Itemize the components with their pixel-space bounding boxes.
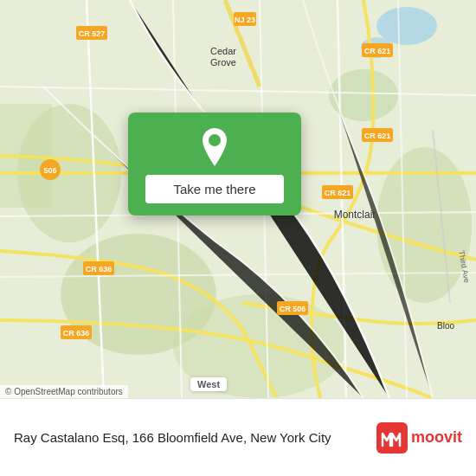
svg-point-3 — [376, 147, 472, 303]
svg-text:Cedar: Cedar — [210, 46, 236, 56]
svg-point-43 — [209, 134, 221, 146]
popup-card: Take me there — [128, 113, 301, 215]
svg-text:CR 621: CR 621 — [364, 47, 391, 55]
address-block: Ray Castalano Esq, 166 Bloomfield Ave, N… — [14, 428, 363, 447]
creds-badge: West — [190, 377, 227, 391]
svg-text:Bloo: Bloo — [437, 321, 454, 331]
svg-text:CR 621: CR 621 — [364, 132, 391, 140]
address-text: Ray Castalano Esq, 166 Bloomfield Ave, N… — [14, 428, 363, 447]
bottom-bar: Ray Castalano Esq, 166 Bloomfield Ave, N… — [0, 398, 476, 476]
svg-text:Montclair: Montclair — [334, 209, 376, 221]
take-me-there-button[interactable]: Take me there — [145, 175, 284, 203]
map-view: Cedar Grove Montclair Bloo Third Ave NJ … — [0, 0, 476, 398]
svg-text:506: 506 — [43, 166, 56, 175]
svg-text:CR 636: CR 636 — [63, 329, 90, 338]
moovit-m-icon — [376, 422, 408, 453]
svg-text:NJ 23: NJ 23 — [235, 16, 255, 24]
osm-attribution: © OpenStreetMap contributors — [0, 385, 128, 398]
svg-text:Grove: Grove — [210, 57, 236, 68]
location-pin-icon — [199, 128, 230, 166]
moovit-wordmark: moovit — [411, 428, 462, 447]
svg-text:CR 527: CR 527 — [79, 29, 106, 38]
svg-text:CR 506: CR 506 — [280, 305, 306, 313]
svg-text:CR 636: CR 636 — [86, 265, 113, 273]
moovit-logo: moovit — [376, 422, 462, 453]
svg-text:CR 621: CR 621 — [325, 189, 351, 197]
